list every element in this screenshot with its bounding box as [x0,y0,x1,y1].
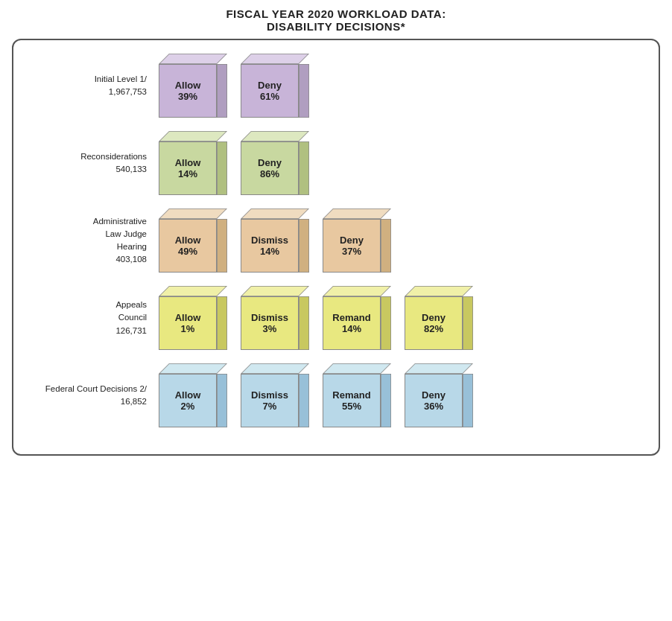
box-front: Deny82% [405,296,463,350]
svg-marker-4 [159,131,227,141]
svg-marker-16 [241,286,309,296]
svg-marker-11 [299,219,309,273]
box-label: Deny [422,389,446,401]
svg-marker-27 [381,374,391,427]
boxes-reconsiderations: Allow14% Deny86% [159,131,309,195]
svg-marker-23 [217,374,227,427]
row-label-alj: Administrative Law Judge Hearing 403,108 [28,215,159,267]
box-front: Deny36% [405,374,463,427]
box-label: Allow [175,312,201,324]
box-front: Allow14% [159,141,217,195]
boxes-alj: Allow49% Dismiss14% Deny37% [159,208,391,273]
svg-marker-21 [463,296,473,350]
svg-marker-26 [323,363,391,374]
box-label: Remand [332,389,370,401]
box-front: Deny86% [241,141,299,195]
box-pct: 14% [178,168,197,179]
svg-marker-8 [159,208,227,219]
main-container: Initial Level 1/ 1,967,753 Allow39% Deny… [12,39,660,456]
box-front: Allow49% [159,219,217,273]
box-top [159,54,227,64]
page-title: FISCAL YEAR 2020 WORKLOAD DATA: DISABILI… [226,7,446,33]
box-top [323,286,391,296]
svg-marker-15 [217,296,227,350]
box-dismiss: Dismiss7% [241,363,309,427]
row-label-initial: Initial Level 1/ 1,967,753 [28,73,159,99]
svg-marker-5 [217,141,227,195]
box-label: Allow [175,157,201,169]
box-remand: Remand55% [323,363,391,427]
svg-marker-6 [241,131,309,141]
box-pct: 39% [178,91,197,102]
box-top [159,286,227,296]
row-appeals: Appeals Council 126,731 Allow1% Dismiss3… [28,286,644,350]
svg-marker-18 [323,286,391,296]
box-pct: 61% [260,91,279,102]
svg-marker-24 [241,363,309,374]
box-front: Deny61% [241,64,299,118]
box-front: Deny37% [323,219,381,273]
box-front: Allow1% [159,296,217,350]
box-label: Allow [175,80,201,92]
box-top [405,363,473,374]
box-front: Remand14% [323,296,381,350]
box-top [241,54,309,64]
svg-marker-20 [405,286,473,296]
boxes-federal: Allow2% Dismiss7% Remand55% Deny36% [159,363,473,427]
box-label: Deny [340,235,364,246]
svg-marker-25 [299,374,309,427]
box-label: Dismiss [251,389,288,401]
svg-marker-12 [323,208,391,219]
box-pct: 86% [260,168,279,179]
box-front: Dismiss7% [241,374,299,427]
box-label: Allow [175,389,201,401]
box-pct: 1% [181,323,195,334]
svg-marker-22 [159,363,227,374]
box-top [159,363,227,374]
box-top [241,131,309,141]
box-deny: Deny37% [323,208,391,273]
row-alj: Administrative Law Judge Hearing 403,108… [28,208,644,273]
svg-marker-10 [241,208,309,219]
svg-marker-13 [381,219,391,273]
row-label-federal: Federal Court Decisions 2/ 16,852 [28,383,159,409]
svg-marker-1 [217,64,227,118]
box-label: Allow [175,235,201,246]
row-initial: Initial Level 1/ 1,967,753 Allow39% Deny… [28,54,644,118]
box-front: Allow39% [159,64,217,118]
row-federal: Federal Court Decisions 2/ 16,852 Allow2… [28,363,644,427]
box-label: Dismiss [251,312,288,324]
box-pct: 3% [263,323,277,334]
box-deny: Deny86% [241,131,309,195]
box-remand: Remand14% [323,286,391,350]
box-pct: 14% [342,323,361,334]
box-top [323,363,391,374]
svg-marker-17 [299,296,309,350]
box-label: Deny [258,157,282,169]
svg-marker-7 [299,141,309,195]
box-front: Remand55% [323,374,381,427]
box-allow: Allow39% [159,54,227,118]
box-top [159,131,227,141]
box-pct: 49% [178,246,197,257]
box-deny: Deny61% [241,54,309,118]
row-label-appeals: Appeals Council 126,731 [28,299,159,337]
box-pct: 7% [263,401,277,412]
box-allow: Allow14% [159,131,227,195]
box-top [323,208,391,219]
box-dismiss: Dismiss14% [241,208,309,273]
box-top [241,208,309,219]
boxes-appeals: Allow1% Dismiss3% Remand14% Deny82% [159,286,473,350]
box-top [241,363,309,374]
box-pct: 14% [260,246,279,257]
box-pct: 2% [181,401,195,412]
box-front: Allow2% [159,374,217,427]
box-front: Dismiss3% [241,296,299,350]
box-label: Remand [332,312,370,324]
svg-marker-14 [159,286,227,296]
box-deny: Deny36% [405,363,473,427]
box-dismiss: Dismiss3% [241,286,309,350]
box-front: Dismiss14% [241,219,299,273]
svg-marker-3 [299,64,309,118]
svg-marker-0 [159,54,227,64]
